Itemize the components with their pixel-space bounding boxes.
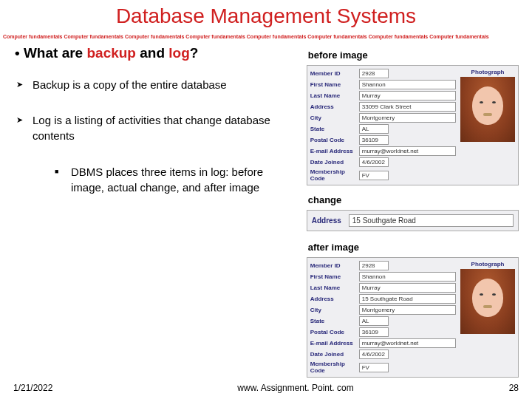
field-value: AL: [359, 316, 389, 326]
label-after-image: after image: [308, 242, 519, 253]
right-column: before image Member ID2928 First NameSha…: [307, 44, 519, 386]
q-word-backup: backup: [86, 45, 136, 61]
footer-date: 1/21/2022: [13, 383, 102, 393]
field-label: Membership Code: [310, 168, 356, 182]
change-field-value: 15 Southgate Road: [349, 214, 514, 227]
field-label: Date Joined: [310, 159, 356, 166]
change-field-label: Address: [312, 216, 341, 225]
field-value: murray@worldnet.net: [359, 146, 456, 156]
label-before-image: before image: [308, 50, 519, 61]
field-label: First Name: [310, 81, 356, 88]
field-label: Member ID: [310, 262, 356, 269]
change-card: Address 15 Southgate Road: [307, 210, 519, 231]
field-value: AL: [359, 124, 389, 134]
field-label: Address: [310, 103, 356, 110]
bullet-list: Backup is a copy of the entire database …: [13, 78, 298, 195]
field-label: State: [310, 126, 356, 132]
sub-bullet-list: DBMS places three items in log: before i…: [33, 164, 298, 195]
field-value: 36109: [359, 135, 389, 145]
field-value: FV: [359, 363, 389, 372]
field-value: 2928: [359, 69, 389, 78]
q-word-log: log: [168, 45, 190, 61]
page-title: Database Management Systems: [0, 0, 532, 28]
bullet-log-text: Log is a listing of activities that chan…: [33, 114, 270, 141]
before-fields: Member ID2928 First NameShannon Last Nam…: [310, 69, 456, 182]
after-photo-column: Photograph: [460, 261, 515, 374]
after-fields: Member ID2928 First NameShannon Last Nam…: [310, 261, 456, 374]
field-label: Membership Code: [310, 361, 356, 374]
field-label: City: [310, 115, 356, 121]
before-photo-column: Photograph: [460, 69, 515, 182]
sub-bullet-dbms: DBMS places three items in log: before i…: [55, 164, 298, 195]
field-label: Member ID: [310, 70, 356, 77]
field-label: State: [310, 318, 356, 324]
field-value: 15 Southgate Road: [359, 294, 456, 304]
member-photo: [460, 269, 515, 334]
repeating-band: Computer fundamentals Computer fundament…: [0, 28, 532, 44]
q-suffix: ?: [190, 45, 199, 61]
field-label: Date Joined: [310, 351, 356, 358]
field-value: 4/6/2002: [359, 349, 389, 359]
footer-site: www. Assignment. Point. com: [102, 383, 489, 393]
field-label: City: [310, 307, 356, 313]
field-value: Murray: [359, 283, 456, 293]
member-photo: [460, 77, 515, 142]
field-label: E-mail Address: [310, 340, 356, 347]
field-value: 36109: [359, 327, 389, 337]
photo-label: Photograph: [471, 69, 505, 75]
field-value: Shannon: [359, 80, 456, 89]
field-label: Postal Code: [310, 137, 356, 143]
field-label: First Name: [310, 273, 356, 280]
footer-page-number: 28: [489, 383, 519, 393]
field-label: Postal Code: [310, 329, 356, 335]
bullet-log: Log is a listing of activities that chan…: [13, 113, 298, 195]
field-value: 33099 Clark Street: [359, 102, 456, 112]
field-value: Murray: [359, 91, 456, 100]
photo-label: Photograph: [471, 261, 505, 267]
field-label: Address: [310, 296, 356, 302]
q-prefix: • What are: [15, 45, 86, 61]
before-image-card: Member ID2928 First NameShannon Last Nam…: [307, 65, 519, 185]
field-value: murray@worldnet.net: [359, 338, 456, 348]
after-image-card: Member ID2928 First NameShannon Last Nam…: [307, 257, 519, 378]
q-mid: and: [136, 45, 168, 61]
field-value: Montgomery: [359, 305, 456, 315]
field-value: Shannon: [359, 272, 456, 282]
label-change: change: [308, 194, 519, 205]
footer: 1/21/2022 www. Assignment. Point. com 28: [0, 383, 532, 393]
field-value: 4/6/2002: [359, 157, 389, 167]
question-heading: • What are backup and log?: [15, 45, 298, 61]
field-label: Last Name: [310, 284, 356, 291]
field-label: Last Name: [310, 92, 356, 99]
field-value: Montgomery: [359, 113, 456, 123]
field-value: 2928: [359, 261, 389, 270]
field-value: FV: [359, 171, 389, 180]
bullet-backup: Backup is a copy of the entire database: [13, 78, 298, 92]
content-area: • What are backup and log? Backup is a c…: [0, 44, 532, 386]
left-column: • What are backup and log? Backup is a c…: [13, 44, 307, 386]
field-label: E-mail Address: [310, 148, 356, 154]
